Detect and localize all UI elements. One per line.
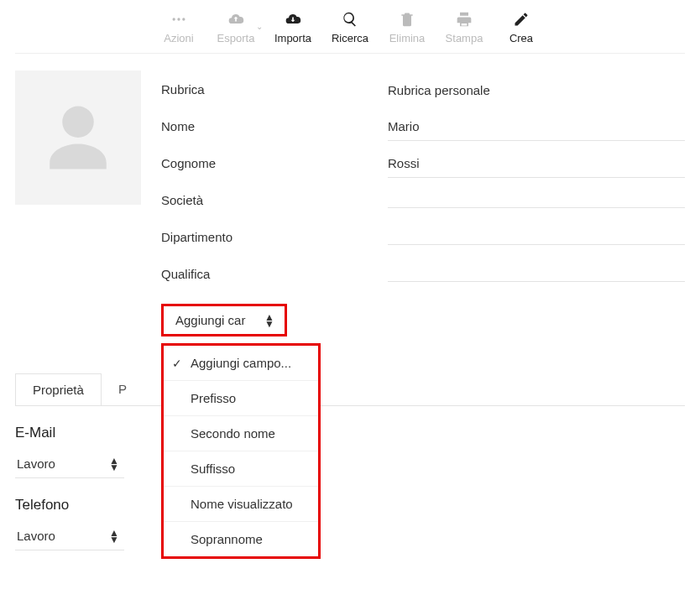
add-field-label: Aggiungi car xyxy=(175,313,245,327)
check-icon: ✓ xyxy=(172,357,182,370)
export-button[interactable]: ⌄ Esporta xyxy=(212,10,259,44)
print-button[interactable]: Stampa xyxy=(441,10,488,44)
contact-form: Rubrica Rubrica personale Nome Mario Cog… xyxy=(0,54,700,336)
add-field-option-default[interactable]: ✓ Aggiungi campo... xyxy=(164,346,318,380)
toolbar: Azioni ⌄ Esporta Importa Ricerca Elimina… xyxy=(15,0,685,54)
add-field-select[interactable]: Aggiungi car ▲▼ xyxy=(161,304,287,336)
add-field-option-nickname[interactable]: Soprannome xyxy=(164,521,318,556)
chevron-down-icon: ⌄ xyxy=(256,22,263,31)
search-icon xyxy=(341,10,359,29)
print-icon xyxy=(455,10,473,29)
cloud-upload-icon xyxy=(227,10,245,29)
jobtitle-input[interactable] xyxy=(388,266,685,282)
cloud-download-icon xyxy=(284,10,302,29)
tab-other[interactable]: P xyxy=(102,373,144,405)
select-arrows-icon: ▲▼ xyxy=(109,457,119,471)
actions-button[interactable]: Azioni xyxy=(155,10,202,44)
firstname-input[interactable]: Mario xyxy=(388,111,685,141)
phone-section-title: Telefono xyxy=(15,497,685,514)
jobtitle-row: Qualifica xyxy=(161,255,685,292)
svg-point-2 xyxy=(182,18,185,20)
addressbook-row: Rubrica Rubrica personale xyxy=(161,70,685,107)
trash-icon xyxy=(398,10,416,29)
pencil-icon xyxy=(512,10,530,29)
department-row: Dipartimento xyxy=(161,218,685,255)
firstname-row: Nome Mario xyxy=(161,107,685,144)
import-button[interactable]: Importa xyxy=(269,10,316,44)
jobtitle-label: Qualifica xyxy=(161,267,388,281)
add-field-option-suffix[interactable]: Suffisso xyxy=(164,451,318,486)
search-button[interactable]: Ricerca xyxy=(326,10,374,44)
svg-point-0 xyxy=(173,18,175,20)
create-button[interactable]: Crea xyxy=(498,10,545,44)
select-arrows-icon: ▲▼ xyxy=(109,529,119,543)
ellipsis-icon xyxy=(170,10,188,29)
add-field-option-displayname[interactable]: Nome visualizzato xyxy=(164,486,318,521)
department-input[interactable] xyxy=(388,229,685,245)
company-row: Società xyxy=(161,181,685,218)
add-field-option-prefix[interactable]: Prefisso xyxy=(164,380,318,415)
email-section-title: E-Mail xyxy=(15,425,685,441)
lastname-row: Cognome Rossi xyxy=(161,144,685,181)
lastname-input[interactable]: Rossi xyxy=(388,148,685,178)
tabs: Proprietà P xyxy=(15,373,685,406)
select-arrows-icon: ▲▼ xyxy=(264,314,274,327)
lastname-label: Cognome xyxy=(161,156,388,170)
svg-point-1 xyxy=(177,18,180,20)
department-label: Dipartimento xyxy=(161,230,388,244)
email-type-select[interactable]: Lavoro ▲▼ xyxy=(15,450,124,478)
company-label: Società xyxy=(161,193,388,207)
delete-button[interactable]: Elimina xyxy=(384,10,431,44)
firstname-label: Nome xyxy=(161,119,388,133)
addressbook-value: Rubrica personale xyxy=(388,75,685,104)
company-input[interactable] xyxy=(388,192,685,208)
tab-properties[interactable]: Proprietà xyxy=(15,373,102,405)
add-field-option-middlename[interactable]: Secondo nome xyxy=(164,415,318,451)
user-icon xyxy=(40,100,116,175)
add-field-dropdown: ✓ Aggiungi campo... Prefisso Secondo nom… xyxy=(161,343,321,559)
addressbook-label: Rubrica xyxy=(161,82,388,96)
phone-type-select[interactable]: Lavoro ▲▼ xyxy=(15,522,124,550)
avatar[interactable] xyxy=(15,70,141,205)
